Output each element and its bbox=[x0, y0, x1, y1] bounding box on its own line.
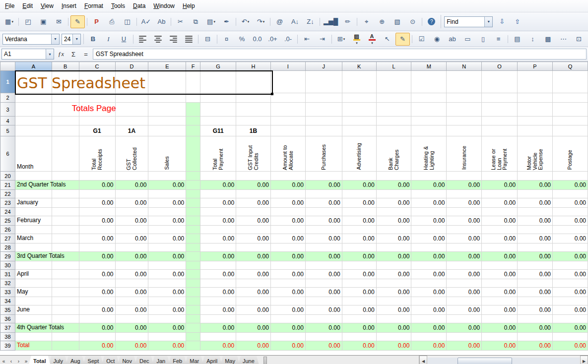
cell-L25[interactable]: 0.00 bbox=[376, 216, 411, 226]
cell-H27[interactable]: 0.00 bbox=[236, 234, 271, 243]
cell-E35[interactable]: 0.00 bbox=[148, 305, 186, 315]
insert-image-control-button[interactable]: ▩ bbox=[541, 33, 555, 46]
cell-P5[interactable] bbox=[518, 125, 553, 136]
cell-M37[interactable]: 0.00 bbox=[411, 323, 447, 333]
cell-J39[interactable]: 0.00 bbox=[305, 341, 342, 351]
clone-formatting-button[interactable]: ✒ bbox=[219, 15, 234, 28]
cell-L23[interactable]: 0.00 bbox=[376, 198, 411, 208]
cell-C22[interactable] bbox=[79, 190, 115, 198]
cell-C6[interactable]: Total Receipts bbox=[79, 136, 115, 172]
row-header-28[interactable]: 28 bbox=[0, 243, 15, 252]
cell-D31[interactable]: 0.00 bbox=[115, 270, 148, 279]
align-right-button[interactable] bbox=[166, 33, 181, 46]
cell-K23[interactable]: 0.00 bbox=[342, 198, 376, 208]
cell-A21[interactable]: 2nd Quarter Totals bbox=[15, 181, 52, 190]
name-box[interactable]: A1 bbox=[1, 49, 54, 60]
row-header-20[interactable]: 20 bbox=[0, 172, 15, 181]
cell-O3[interactable] bbox=[482, 103, 518, 117]
cell-J36[interactable] bbox=[305, 315, 342, 323]
cell-J37[interactable]: 0.00 bbox=[305, 323, 342, 333]
row-header-26[interactable]: 26 bbox=[0, 226, 15, 234]
cell-K27[interactable]: 0.00 bbox=[342, 234, 376, 243]
cell-G39[interactable]: 0.00 bbox=[200, 341, 236, 351]
cell-I2[interactable] bbox=[270, 93, 305, 103]
cell-E31[interactable]: 0.00 bbox=[148, 270, 186, 279]
align-left-button[interactable] bbox=[135, 33, 150, 46]
menu-item-help[interactable]: Help bbox=[179, 0, 199, 11]
cell-M29[interactable]: 0.00 bbox=[411, 252, 447, 261]
cell-P29[interactable]: 0.00 bbox=[518, 252, 553, 261]
cell-K26[interactable] bbox=[342, 226, 376, 234]
row-header-34[interactable]: 34 bbox=[0, 297, 15, 305]
cell-J24[interactable] bbox=[305, 208, 342, 216]
cell-H5[interactable]: 1B bbox=[236, 125, 271, 136]
cell-K36[interactable] bbox=[342, 315, 376, 323]
cell-P38[interactable] bbox=[518, 333, 553, 341]
cell-A25[interactable]: February bbox=[15, 216, 52, 226]
sheet-tab-june[interactable]: June bbox=[238, 356, 260, 364]
cell-E3[interactable] bbox=[148, 103, 186, 117]
cell-B2[interactable] bbox=[52, 93, 79, 103]
cell-B35[interactable] bbox=[52, 305, 79, 315]
cell-E5[interactable] bbox=[148, 125, 186, 136]
cell-A35[interactable]: June bbox=[15, 305, 52, 315]
cell-H6[interactable]: GST Input Credits bbox=[236, 136, 271, 172]
cell-A30[interactable] bbox=[15, 261, 52, 270]
cell-H25[interactable]: 0.00 bbox=[236, 216, 271, 226]
row-header-33[interactable]: 33 bbox=[0, 288, 15, 297]
cell-F26[interactable] bbox=[186, 226, 200, 234]
copy-button[interactable]: ⧉ bbox=[189, 15, 203, 28]
cell-K1[interactable] bbox=[342, 71, 376, 93]
equals-button[interactable]: = bbox=[80, 49, 91, 59]
cell-D22[interactable] bbox=[115, 190, 148, 198]
cell-E27[interactable]: 0.00 bbox=[148, 234, 186, 243]
cell-K22[interactable] bbox=[342, 190, 376, 198]
cell-J29[interactable]: 0.00 bbox=[305, 252, 342, 261]
cell-F23[interactable] bbox=[186, 198, 200, 208]
row-header-38[interactable]: 38 bbox=[0, 333, 15, 341]
cell-Q32[interactable] bbox=[552, 279, 588, 288]
cell-O26[interactable] bbox=[482, 226, 518, 234]
cell-J22[interactable] bbox=[305, 190, 342, 198]
cell-L35[interactable]: 0.00 bbox=[376, 305, 411, 315]
cell-M28[interactable] bbox=[411, 243, 447, 252]
cell-N34[interactable] bbox=[447, 297, 482, 305]
cell-I30[interactable] bbox=[270, 261, 305, 270]
column-header-J[interactable]: J bbox=[305, 62, 342, 71]
cell-G32[interactable] bbox=[200, 279, 236, 288]
cell-A39[interactable]: Total bbox=[15, 341, 52, 351]
cell-L3[interactable] bbox=[376, 103, 411, 117]
cell-D4[interactable] bbox=[115, 117, 148, 125]
cell-J34[interactable] bbox=[305, 297, 342, 305]
cell-C32[interactable] bbox=[79, 279, 115, 288]
cell-G25[interactable]: 0.00 bbox=[200, 216, 236, 226]
cell-E36[interactable] bbox=[148, 315, 186, 323]
cell-L5[interactable] bbox=[376, 125, 411, 136]
cell-E26[interactable] bbox=[148, 226, 186, 234]
cell-Q27[interactable]: 0.00 bbox=[552, 234, 588, 243]
cell-I28[interactable] bbox=[270, 243, 305, 252]
column-header-E[interactable]: E bbox=[148, 62, 186, 71]
prev-sheet-button[interactable]: ‹ bbox=[7, 359, 15, 364]
cell-I1[interactable] bbox=[270, 71, 305, 93]
cell-A23[interactable]: January bbox=[15, 198, 52, 208]
cell-G3[interactable] bbox=[200, 103, 236, 117]
cell-D3[interactable] bbox=[115, 103, 148, 117]
cell-M39[interactable]: 0.00 bbox=[411, 341, 447, 351]
cell-A6[interactable]: Month bbox=[15, 136, 52, 172]
cell-C2[interactable] bbox=[79, 93, 115, 103]
cell-J4[interactable] bbox=[305, 117, 342, 125]
cell-L30[interactable] bbox=[376, 261, 411, 270]
cell-O31[interactable]: 0.00 bbox=[482, 270, 518, 279]
row-header-22[interactable]: 22 bbox=[0, 190, 15, 198]
cell-M26[interactable] bbox=[411, 226, 447, 234]
cell-F22[interactable] bbox=[186, 190, 200, 198]
dropdown-arrow-icon[interactable] bbox=[11, 20, 13, 24]
cell-O2[interactable] bbox=[482, 93, 518, 103]
cell-C29[interactable]: 0.00 bbox=[79, 252, 115, 261]
cell-F4[interactable] bbox=[186, 117, 200, 125]
cut-button[interactable]: ✂ bbox=[173, 15, 188, 28]
cell-D21[interactable]: 0.00 bbox=[115, 181, 148, 190]
cell-N36[interactable] bbox=[447, 315, 482, 323]
cell-M35[interactable]: 0.00 bbox=[411, 305, 447, 315]
